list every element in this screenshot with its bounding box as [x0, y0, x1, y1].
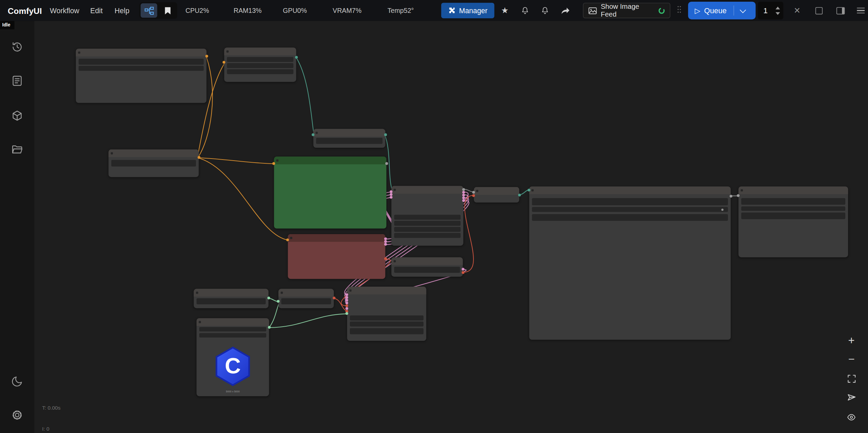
menu-edit[interactable]: Edit: [90, 0, 103, 21]
fit-view-button[interactable]: [844, 371, 859, 386]
toggle-links-button[interactable]: [844, 410, 859, 424]
node-slot[interactable]: [277, 300, 280, 303]
node-slot[interactable]: [345, 296, 348, 299]
node-slot[interactable]: [272, 162, 275, 165]
node-slot[interactable]: [286, 239, 289, 241]
node-widget[interactable]: [197, 298, 266, 304]
node-slot[interactable]: [384, 238, 387, 240]
menu-workflow[interactable]: Workflow: [50, 0, 79, 21]
node-slot[interactable]: [333, 296, 336, 299]
drag-handle[interactable]: [678, 6, 682, 14]
bookmark-view-button[interactable]: [159, 3, 176, 18]
collapse-icon[interactable]: [78, 51, 80, 54]
node-header[interactable]: [739, 186, 848, 194]
node-slot[interactable]: [385, 162, 388, 165]
graph-canvas[interactable]: C 5000 x 5000 T: 0.00s I: 0 N: 15 [15] V…: [0, 0, 868, 433]
node-header[interactable]: [76, 49, 206, 57]
node-slot[interactable]: [518, 194, 521, 197]
collapse-icon[interactable]: [741, 189, 743, 192]
graph-node[interactable]: [391, 186, 463, 246]
node-widget[interactable]: [532, 214, 728, 221]
node-widget[interactable]: [316, 138, 383, 144]
node-header[interactable]: [391, 257, 463, 265]
pointer-mode-button[interactable]: [844, 391, 859, 405]
widget-toggle-icon[interactable]: [721, 209, 724, 211]
graph-node[interactable]: [224, 47, 296, 82]
sidebar-item-node-library[interactable]: [11, 74, 24, 87]
node-header[interactable]: [194, 289, 268, 297]
main-menu-button[interactable]: [856, 0, 866, 21]
node-slot[interactable]: [390, 193, 392, 196]
node-widget[interactable]: [741, 212, 845, 219]
theme-toggle-button[interactable]: [11, 375, 24, 388]
node-widget[interactable]: [350, 328, 423, 334]
node-slot[interactable]: [462, 188, 465, 191]
graph-node-green[interactable]: [274, 157, 386, 228]
node-widget[interactable]: [394, 215, 461, 220]
node-header[interactable]: [108, 149, 199, 157]
node-widget[interactable]: [79, 66, 204, 71]
graph-node[interactable]: [279, 289, 334, 308]
node-slot[interactable]: [462, 271, 464, 274]
share-button[interactable]: [559, 0, 571, 21]
node-slot[interactable]: [267, 296, 270, 299]
sidebar-item-model-library[interactable]: [11, 109, 24, 122]
queue-dropdown-icon[interactable]: [740, 6, 746, 13]
sidebar-item-queue-history[interactable]: [11, 40, 24, 54]
node-header[interactable]: [224, 47, 296, 55]
node-slot[interactable]: [198, 156, 200, 159]
frame-button[interactable]: [814, 0, 824, 21]
node-slot[interactable]: [462, 191, 465, 193]
node-header[interactable]: [197, 318, 269, 326]
notification-button[interactable]: [519, 0, 530, 21]
node-slot[interactable]: [472, 191, 475, 193]
batch-count-input[interactable]: 1: [758, 2, 783, 19]
graph-node[interactable]: [313, 129, 385, 148]
node-widget[interactable]: [741, 206, 845, 211]
node-slot[interactable]: [384, 243, 387, 246]
node-widget[interactable]: [741, 198, 845, 205]
node-widget[interactable]: [394, 233, 461, 238]
node-header[interactable]: [279, 289, 334, 297]
node-slot[interactable]: [737, 194, 740, 197]
graph-view-button[interactable]: [141, 3, 157, 18]
batch-decrement-icon[interactable]: [775, 12, 780, 15]
collapse-icon[interactable]: [531, 189, 534, 192]
node-widget[interactable]: [394, 221, 461, 226]
node-widget[interactable]: [111, 160, 196, 167]
star-button[interactable]: ★: [500, 0, 510, 21]
collapse-icon[interactable]: [111, 152, 113, 154]
graph-node-red[interactable]: [288, 234, 385, 279]
node-slot[interactable]: [345, 302, 348, 304]
node-widget[interactable]: [394, 267, 460, 273]
node-slot[interactable]: [462, 194, 465, 197]
settings-button[interactable]: [11, 408, 24, 421]
graph-node[interactable]: [474, 187, 519, 203]
node-widget[interactable]: [281, 298, 331, 304]
node-slot[interactable]: [205, 55, 208, 58]
node-slot[interactable]: [345, 299, 348, 302]
collapse-icon[interactable]: [349, 289, 352, 292]
node-header[interactable]: [474, 187, 519, 195]
graph-node[interactable]: [391, 257, 463, 276]
collapse-icon[interactable]: [281, 292, 283, 294]
batch-increment-icon[interactable]: [775, 6, 780, 9]
node-header[interactable]: [288, 234, 385, 242]
node-slot[interactable]: [384, 133, 387, 136]
node-slot[interactable]: [345, 293, 348, 296]
notification-alt-button[interactable]: [539, 0, 550, 21]
node-slot[interactable]: [268, 326, 271, 329]
node-widget[interactable]: [532, 207, 728, 212]
node-header[interactable]: [391, 186, 463, 194]
collapse-icon[interactable]: [393, 189, 396, 191]
collapse-icon[interactable]: [276, 159, 279, 162]
node-header[interactable]: [274, 157, 386, 164]
queue-button[interactable]: ▷ Queue: [688, 2, 755, 19]
node-slot[interactable]: [295, 56, 298, 59]
graph-node[interactable]: [194, 289, 268, 308]
collapse-icon[interactable]: [316, 132, 318, 134]
node-widget[interactable]: [532, 198, 728, 205]
node-slot[interactable]: [223, 61, 225, 64]
node-slot[interactable]: [384, 257, 387, 260]
close-button[interactable]: ×: [792, 0, 802, 21]
